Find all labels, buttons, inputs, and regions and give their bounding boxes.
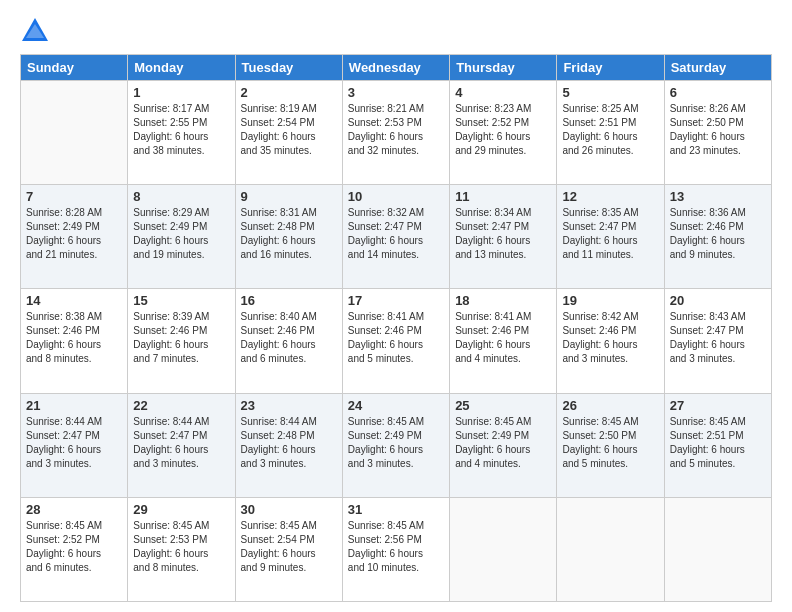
- day-number: 20: [670, 293, 766, 308]
- day-number: 21: [26, 398, 122, 413]
- calendar-cell: [557, 497, 664, 601]
- day-info: Sunrise: 8:41 AM Sunset: 2:46 PM Dayligh…: [348, 310, 444, 366]
- day-number: 29: [133, 502, 229, 517]
- day-number: 31: [348, 502, 444, 517]
- calendar-cell: 25Sunrise: 8:45 AM Sunset: 2:49 PM Dayli…: [450, 393, 557, 497]
- calendar-cell: 24Sunrise: 8:45 AM Sunset: 2:49 PM Dayli…: [342, 393, 449, 497]
- day-number: 4: [455, 85, 551, 100]
- day-info: Sunrise: 8:43 AM Sunset: 2:47 PM Dayligh…: [670, 310, 766, 366]
- day-info: Sunrise: 8:31 AM Sunset: 2:48 PM Dayligh…: [241, 206, 337, 262]
- day-number: 30: [241, 502, 337, 517]
- day-number: 1: [133, 85, 229, 100]
- calendar-cell: 9Sunrise: 8:31 AM Sunset: 2:48 PM Daylig…: [235, 185, 342, 289]
- logo: [20, 16, 54, 46]
- day-info: Sunrise: 8:19 AM Sunset: 2:54 PM Dayligh…: [241, 102, 337, 158]
- day-info: Sunrise: 8:26 AM Sunset: 2:50 PM Dayligh…: [670, 102, 766, 158]
- weekday-header: Tuesday: [235, 55, 342, 81]
- day-number: 8: [133, 189, 229, 204]
- calendar-week-row: 14Sunrise: 8:38 AM Sunset: 2:46 PM Dayli…: [21, 289, 772, 393]
- calendar-cell: 13Sunrise: 8:36 AM Sunset: 2:46 PM Dayli…: [664, 185, 771, 289]
- calendar-week-row: 21Sunrise: 8:44 AM Sunset: 2:47 PM Dayli…: [21, 393, 772, 497]
- day-number: 13: [670, 189, 766, 204]
- day-number: 10: [348, 189, 444, 204]
- calendar-cell: 15Sunrise: 8:39 AM Sunset: 2:46 PM Dayli…: [128, 289, 235, 393]
- day-info: Sunrise: 8:42 AM Sunset: 2:46 PM Dayligh…: [562, 310, 658, 366]
- day-info: Sunrise: 8:38 AM Sunset: 2:46 PM Dayligh…: [26, 310, 122, 366]
- calendar-cell: 1Sunrise: 8:17 AM Sunset: 2:55 PM Daylig…: [128, 81, 235, 185]
- logo-icon: [20, 16, 50, 46]
- day-number: 3: [348, 85, 444, 100]
- calendar-week-row: 28Sunrise: 8:45 AM Sunset: 2:52 PM Dayli…: [21, 497, 772, 601]
- day-info: Sunrise: 8:45 AM Sunset: 2:49 PM Dayligh…: [455, 415, 551, 471]
- day-number: 12: [562, 189, 658, 204]
- day-number: 24: [348, 398, 444, 413]
- calendar-cell: 2Sunrise: 8:19 AM Sunset: 2:54 PM Daylig…: [235, 81, 342, 185]
- calendar-week-row: 7Sunrise: 8:28 AM Sunset: 2:49 PM Daylig…: [21, 185, 772, 289]
- calendar-cell: 27Sunrise: 8:45 AM Sunset: 2:51 PM Dayli…: [664, 393, 771, 497]
- day-number: 23: [241, 398, 337, 413]
- calendar-cell: 29Sunrise: 8:45 AM Sunset: 2:53 PM Dayli…: [128, 497, 235, 601]
- day-info: Sunrise: 8:36 AM Sunset: 2:46 PM Dayligh…: [670, 206, 766, 262]
- day-number: 27: [670, 398, 766, 413]
- day-number: 19: [562, 293, 658, 308]
- calendar-header-row: SundayMondayTuesdayWednesdayThursdayFrid…: [21, 55, 772, 81]
- calendar-cell: 5Sunrise: 8:25 AM Sunset: 2:51 PM Daylig…: [557, 81, 664, 185]
- calendar-cell: 18Sunrise: 8:41 AM Sunset: 2:46 PM Dayli…: [450, 289, 557, 393]
- calendar-cell: 28Sunrise: 8:45 AM Sunset: 2:52 PM Dayli…: [21, 497, 128, 601]
- weekday-header: Monday: [128, 55, 235, 81]
- day-number: 6: [670, 85, 766, 100]
- day-info: Sunrise: 8:44 AM Sunset: 2:48 PM Dayligh…: [241, 415, 337, 471]
- day-info: Sunrise: 8:34 AM Sunset: 2:47 PM Dayligh…: [455, 206, 551, 262]
- day-info: Sunrise: 8:45 AM Sunset: 2:56 PM Dayligh…: [348, 519, 444, 575]
- day-number: 2: [241, 85, 337, 100]
- calendar-cell: 16Sunrise: 8:40 AM Sunset: 2:46 PM Dayli…: [235, 289, 342, 393]
- day-number: 16: [241, 293, 337, 308]
- day-number: 14: [26, 293, 122, 308]
- calendar-cell: 22Sunrise: 8:44 AM Sunset: 2:47 PM Dayli…: [128, 393, 235, 497]
- day-number: 9: [241, 189, 337, 204]
- day-info: Sunrise: 8:25 AM Sunset: 2:51 PM Dayligh…: [562, 102, 658, 158]
- calendar-cell: 8Sunrise: 8:29 AM Sunset: 2:49 PM Daylig…: [128, 185, 235, 289]
- weekday-header: Friday: [557, 55, 664, 81]
- calendar-cell: 19Sunrise: 8:42 AM Sunset: 2:46 PM Dayli…: [557, 289, 664, 393]
- calendar-cell: 6Sunrise: 8:26 AM Sunset: 2:50 PM Daylig…: [664, 81, 771, 185]
- day-info: Sunrise: 8:45 AM Sunset: 2:54 PM Dayligh…: [241, 519, 337, 575]
- day-info: Sunrise: 8:40 AM Sunset: 2:46 PM Dayligh…: [241, 310, 337, 366]
- calendar-cell: 7Sunrise: 8:28 AM Sunset: 2:49 PM Daylig…: [21, 185, 128, 289]
- weekday-header: Wednesday: [342, 55, 449, 81]
- day-info: Sunrise: 8:17 AM Sunset: 2:55 PM Dayligh…: [133, 102, 229, 158]
- calendar-cell: 23Sunrise: 8:44 AM Sunset: 2:48 PM Dayli…: [235, 393, 342, 497]
- day-number: 15: [133, 293, 229, 308]
- calendar-cell: 11Sunrise: 8:34 AM Sunset: 2:47 PM Dayli…: [450, 185, 557, 289]
- calendar-cell: [664, 497, 771, 601]
- calendar-cell: [450, 497, 557, 601]
- weekday-header: Thursday: [450, 55, 557, 81]
- day-number: 11: [455, 189, 551, 204]
- day-info: Sunrise: 8:32 AM Sunset: 2:47 PM Dayligh…: [348, 206, 444, 262]
- day-info: Sunrise: 8:28 AM Sunset: 2:49 PM Dayligh…: [26, 206, 122, 262]
- weekday-header: Sunday: [21, 55, 128, 81]
- day-number: 5: [562, 85, 658, 100]
- calendar-cell: 30Sunrise: 8:45 AM Sunset: 2:54 PM Dayli…: [235, 497, 342, 601]
- day-info: Sunrise: 8:45 AM Sunset: 2:49 PM Dayligh…: [348, 415, 444, 471]
- calendar-cell: 4Sunrise: 8:23 AM Sunset: 2:52 PM Daylig…: [450, 81, 557, 185]
- day-info: Sunrise: 8:44 AM Sunset: 2:47 PM Dayligh…: [26, 415, 122, 471]
- calendar-cell: 17Sunrise: 8:41 AM Sunset: 2:46 PM Dayli…: [342, 289, 449, 393]
- calendar-cell: 26Sunrise: 8:45 AM Sunset: 2:50 PM Dayli…: [557, 393, 664, 497]
- day-number: 28: [26, 502, 122, 517]
- calendar-week-row: 1Sunrise: 8:17 AM Sunset: 2:55 PM Daylig…: [21, 81, 772, 185]
- calendar-cell: 31Sunrise: 8:45 AM Sunset: 2:56 PM Dayli…: [342, 497, 449, 601]
- day-info: Sunrise: 8:45 AM Sunset: 2:51 PM Dayligh…: [670, 415, 766, 471]
- day-info: Sunrise: 8:29 AM Sunset: 2:49 PM Dayligh…: [133, 206, 229, 262]
- calendar-cell: 20Sunrise: 8:43 AM Sunset: 2:47 PM Dayli…: [664, 289, 771, 393]
- day-info: Sunrise: 8:21 AM Sunset: 2:53 PM Dayligh…: [348, 102, 444, 158]
- calendar-cell: [21, 81, 128, 185]
- day-number: 25: [455, 398, 551, 413]
- calendar-cell: 12Sunrise: 8:35 AM Sunset: 2:47 PM Dayli…: [557, 185, 664, 289]
- day-number: 18: [455, 293, 551, 308]
- day-info: Sunrise: 8:44 AM Sunset: 2:47 PM Dayligh…: [133, 415, 229, 471]
- calendar-table: SundayMondayTuesdayWednesdayThursdayFrid…: [20, 54, 772, 602]
- day-info: Sunrise: 8:35 AM Sunset: 2:47 PM Dayligh…: [562, 206, 658, 262]
- calendar-cell: 14Sunrise: 8:38 AM Sunset: 2:46 PM Dayli…: [21, 289, 128, 393]
- day-info: Sunrise: 8:41 AM Sunset: 2:46 PM Dayligh…: [455, 310, 551, 366]
